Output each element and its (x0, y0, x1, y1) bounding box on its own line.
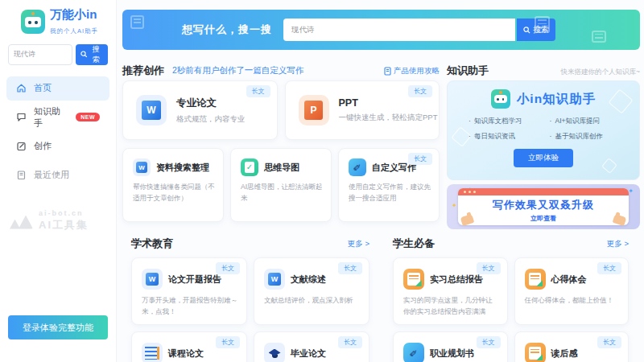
doc-decor-icon (592, 31, 606, 43)
sidebar-item-home[interactable]: 首页 (6, 76, 109, 101)
section-title: 学术教育 (131, 237, 173, 251)
long-form-badge: 长文 (246, 85, 270, 97)
long-form-badge: 长文 (338, 262, 362, 274)
sidebar-search-button-label: 搜索 (89, 44, 103, 65)
knowledge-panel-title: 小in知识助手 (517, 91, 596, 108)
card-desc: 文献总结评价，观点深入剖析 (264, 295, 361, 306)
custom-writing-icon (349, 158, 366, 176)
mind-map-icon (241, 158, 258, 176)
long-form-badge: 长文 (597, 336, 621, 348)
card-title: 资料搜索整理 (156, 162, 209, 174)
promo-window: 写作效果又双叒升级 立即查看 (458, 188, 629, 225)
word-icon (133, 158, 151, 176)
sidebar-item-label: 创作 (34, 140, 52, 152)
doc-decor-icon (535, 16, 550, 33)
robot-logo-icon (491, 89, 510, 109)
star-decor: ✦ (628, 187, 634, 195)
sidebar-item-create[interactable]: 创作 (6, 134, 109, 158)
edit-icon (16, 141, 27, 151)
card-internship-report[interactable]: 长文 实习总结报告 实习的同学点这里，几分钟让你的实习总结报告内容满满 (393, 257, 508, 325)
product-guide-link[interactable]: 产品使用攻略 (384, 66, 440, 76)
word-icon (142, 269, 163, 290)
card-desc: 一键快速生成，轻松搞定PPT (339, 113, 438, 123)
card-title: 思维导图 (264, 162, 299, 174)
card-desc: 格式规范，内容专业 (176, 114, 246, 125)
sidebar-item-recent[interactable]: 最近使用 (6, 163, 109, 187)
app-tagline: 我的个人AI助手 (50, 27, 98, 35)
long-form-badge: 长文 (408, 153, 432, 165)
card-title: 职业规划书 (430, 348, 474, 360)
card-research-organize[interactable]: 资料搜索整理 帮你快速搞懂各类问题（不适用于文章创作） (122, 148, 224, 222)
sidebar-item-label: 首页 (34, 82, 52, 94)
ppt-icon (299, 95, 329, 125)
card-desc: 任何心得体会，都能上价值！ (525, 295, 621, 306)
sidebar-item-label: 最近使用 (34, 169, 69, 181)
card-title: PPT (339, 97, 438, 109)
more-link[interactable]: 更多 > (607, 239, 629, 249)
search-icon (80, 51, 88, 58)
card-ppt[interactable]: 长文 PPT 一键快速生成，轻松搞定PPT (285, 80, 440, 140)
banner-search-input[interactable] (283, 19, 515, 41)
home-icon (16, 83, 27, 93)
card-title: 专业论文 (176, 97, 246, 110)
star-decor: ✦ (452, 202, 457, 209)
card-graduation-thesis[interactable]: 长文 毕业论文 格式规范，内容专业的毕业 (254, 331, 369, 362)
career-plan-icon (403, 343, 424, 362)
banner-prompt: 想写什么，搜一搜 (182, 23, 272, 37)
card-course-paper[interactable]: 长文 课程论文 格式规范，内容专业的课程 (131, 331, 247, 362)
long-form-badge: 长文 (216, 262, 240, 274)
sidebar-search-button[interactable]: 搜索 (76, 44, 108, 65)
knowledge-hint: 快来搭建你的个人知识库~ (561, 68, 640, 77)
chat-bubble-icon (16, 112, 27, 122)
guide-doc-icon (384, 67, 391, 76)
sidebar-item-label: 知识助手 (34, 105, 68, 130)
activity-ticker: 2秒前有用户创作了一篇自定义写作 (172, 65, 303, 76)
app-window: 万能小in 我的个人AI助手 搜索 首页 知识助手 NEW 创作 (0, 0, 644, 362)
card-literature-review[interactable]: 长文 文献综述 文献总结评价，观点深入剖析 (254, 257, 369, 325)
card-thesis-proposal[interactable]: 长文 论文开题报告 万事开头难，开题报告特别难～来，点我！ (131, 257, 247, 325)
recent-doc-icon (16, 170, 27, 180)
hexagon-decor (601, 158, 617, 174)
section-academic: 学术教育 更多 > 长文 论文开题报告 万事开头难，开题报告特别难～来，点我！ … (131, 237, 369, 362)
card-desc: AI思维导图，让想法清晰起来 (241, 182, 323, 204)
app-logo: 万能小in 我的个人AI助手 (0, 0, 116, 41)
card-title: 读后感 (551, 348, 578, 360)
long-form-badge: 长文 (408, 85, 432, 97)
card-professional-paper[interactable]: 长文 专业论文 格式规范，内容专业 (122, 80, 278, 140)
promo-title: 写作效果又双叒升级 (458, 198, 629, 212)
card-title: 心得体会 (551, 274, 587, 286)
sidebar-item-knowledge-assistant[interactable]: 知识助手 NEW (6, 105, 109, 130)
card-custom-writing[interactable]: 长文 自定义写作 使用自定义写作前，建议先搜一搜合适应用 (338, 148, 440, 222)
card-desc: 万事开头难，开题报告特别难～来，点我！ (142, 295, 238, 317)
robot-logo-icon (21, 10, 45, 34)
new-badge: NEW (76, 113, 100, 121)
course-paper-icon (142, 343, 163, 362)
card-mind-map[interactable]: 思维导图 AI思维导图，让想法清晰起来 (230, 148, 332, 222)
sidebar: 万能小in 我的个人AI助手 搜索 首页 知识助手 NEW 创作 (0, 0, 117, 362)
long-form-badge: 长文 (597, 262, 621, 274)
graduation-cap-icon (264, 343, 285, 362)
try-now-button[interactable]: 立即体验 (514, 149, 573, 167)
promo-link[interactable]: 立即查看 (458, 214, 629, 223)
card-title: 实习总结报告 (430, 274, 483, 286)
long-form-badge: 长文 (216, 336, 240, 348)
search-banner: 想写什么，搜一搜 搜索 (122, 10, 640, 50)
long-form-badge: 长文 (338, 336, 362, 348)
watermark: ai-bot.cn AI工具集 (10, 209, 89, 232)
card-reading-review[interactable]: 长文 读后感 (514, 331, 630, 362)
app-title: 万能小in (50, 8, 98, 22)
card-insights[interactable]: 长文 心得体会 任何心得体会，都能上价值！ (514, 257, 630, 325)
watermark-line2: AI工具集 (39, 219, 89, 231)
section-student: 学生必备 更多 > 长文 实习总结报告 实习的同学点这里，几分钟让你的实习总结报… (393, 237, 629, 362)
card-title: 文献综述 (291, 274, 326, 286)
card-career-plan[interactable]: 长文 职业规划书 (393, 331, 508, 362)
sidebar-search-input[interactable] (8, 44, 72, 65)
login-button[interactable]: 登录体验完整功能 (8, 315, 108, 339)
knowledge-feature: 每日知识资讯 (469, 132, 549, 142)
section-title: 学生必备 (393, 237, 435, 251)
watermark-line1: ai-bot.cn (39, 209, 89, 217)
promo-banner[interactable]: ✦ ✦ ✦ ✦ 写作效果又双叒升级 立即查看 (447, 184, 640, 229)
knowledge-feature: AI+知识库提问 (549, 117, 626, 126)
promo-window-bar (458, 188, 629, 195)
more-link[interactable]: 更多 > (348, 239, 369, 249)
